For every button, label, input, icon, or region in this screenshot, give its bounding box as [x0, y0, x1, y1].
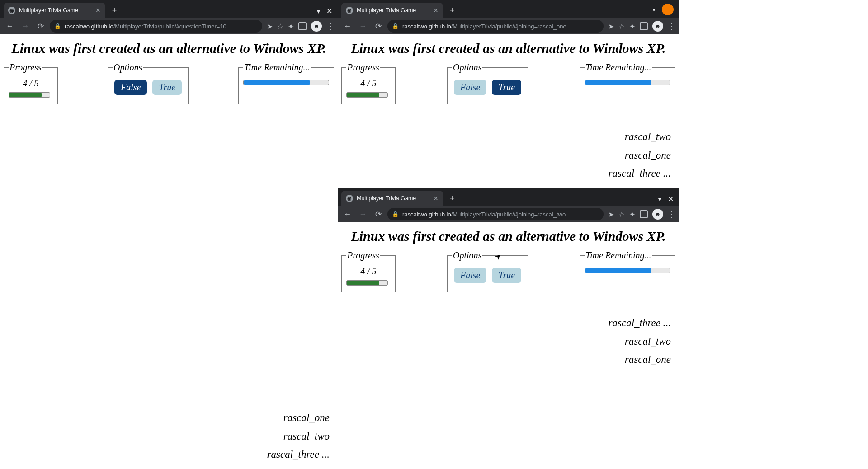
side-panel-icon[interactable] [298, 22, 307, 30]
progress-value: 4 / 5 [346, 266, 391, 277]
toolbar: ← → ⟳ 🔒 rascaltwo.github.io/MultiplayerT… [0, 18, 338, 34]
browser-window-1: ◉ Multiplayer Trivia Game ✕ + ▾ ✕ ← → ⟳ … [0, 0, 338, 469]
player-name: rascal_three ... [267, 446, 330, 464]
back-button[interactable]: ← [4, 20, 16, 33]
kebab-menu-icon[interactable]: ⋮ [326, 21, 334, 31]
player-list: rascal_three ... rascal_two rascal_one [609, 314, 671, 369]
progress-bar [346, 280, 388, 286]
player-name: rascal_one [267, 409, 330, 427]
progress-label: Progress [346, 250, 380, 261]
progress-bar [9, 92, 50, 98]
browser-tab[interactable]: ◉ Multiplayer Trivia Game ✕ [341, 191, 443, 206]
progress-bar-fill [347, 281, 379, 285]
progress-value: 4 / 5 [9, 78, 53, 89]
profile-avatar[interactable]: ☻ [652, 209, 663, 220]
close-window-icon[interactable]: ✕ [668, 195, 674, 203]
options-label: Options [113, 62, 143, 73]
send-icon[interactable]: ➤ [608, 210, 614, 219]
progress-panel: Progress 4 / 5 [4, 62, 58, 104]
timer-bar [585, 80, 670, 85]
timer-panel: Time Remaining... [580, 250, 675, 292]
browser-window-2: ◉ Multiplayer Trivia Game ✕ + ▾ ← → ⟳ 🔒 … [338, 0, 679, 188]
page-content: Linux was first created as an alternativ… [0, 34, 338, 469]
timer-panel: Time Remaining... [580, 62, 675, 104]
kebab-menu-icon[interactable]: ⋮ [668, 21, 675, 31]
back-button[interactable]: ← [341, 20, 354, 33]
options-panel: Options False True [108, 62, 189, 104]
profile-avatar-orange[interactable] [662, 4, 674, 15]
progress-label: Progress [346, 62, 380, 73]
back-button[interactable]: ← [341, 208, 354, 220]
address-bar[interactable]: 🔒 rascaltwo.github.io/MultiplayerTrivia/… [387, 20, 604, 33]
option-false-button[interactable]: False [454, 268, 486, 283]
globe-icon: ◉ [8, 7, 15, 14]
url-path: /MultiplayerTrivia/public/#joining=rasca… [451, 211, 566, 218]
reload-button[interactable]: ⟳ [372, 20, 385, 33]
new-tab-button[interactable]: + [108, 4, 121, 17]
tab-bar: ◉ Multiplayer Trivia Game ✕ + ▾ [338, 0, 679, 18]
browser-tab[interactable]: ◉ Multiplayer Trivia Game ✕ [4, 3, 105, 18]
forward-button[interactable]: → [357, 208, 369, 220]
bookmark-icon[interactable]: ☆ [618, 210, 625, 219]
timer-bar-fill [585, 80, 651, 85]
option-false-button[interactable]: False [114, 80, 147, 95]
side-panel-icon[interactable] [640, 210, 648, 218]
reload-button[interactable]: ⟳ [34, 20, 47, 33]
tab-search-icon[interactable]: ▾ [658, 196, 661, 203]
close-tab-icon[interactable]: ✕ [433, 195, 439, 202]
timer-label: Time Remaining... [243, 62, 311, 73]
tab-search-icon[interactable]: ▾ [317, 8, 320, 15]
progress-label: Progress [9, 62, 42, 73]
address-bar[interactable]: 🔒 rascaltwo.github.io/MultiplayerTrivia/… [50, 20, 262, 33]
timer-bar-fill [244, 80, 310, 85]
question-text: Linux was first created as an alternativ… [0, 34, 338, 61]
tab-title: Multiplayer Trivia Game [357, 195, 429, 202]
option-false-button[interactable]: False [454, 80, 486, 95]
close-window-icon[interactable]: ✕ [326, 7, 332, 15]
url-host: rascaltwo.github.io [402, 23, 451, 30]
browser-tab[interactable]: ◉ Multiplayer Trivia Game ✕ [341, 3, 443, 18]
bookmark-icon[interactable]: ☆ [277, 22, 283, 31]
option-true-button[interactable]: True [152, 80, 182, 95]
forward-button[interactable]: → [19, 20, 32, 33]
new-tab-button[interactable]: + [446, 192, 458, 205]
option-true-button[interactable]: True [492, 80, 521, 95]
send-icon[interactable]: ➤ [267, 22, 273, 31]
player-list: rascal_one rascal_two rascal_three ... [267, 409, 330, 464]
lock-icon: 🔒 [54, 23, 61, 29]
new-tab-button[interactable]: + [446, 4, 458, 17]
profile-avatar[interactable]: ☻ [311, 21, 322, 32]
player-name: rascal_two [609, 333, 671, 351]
timer-bar-fill [585, 268, 651, 273]
globe-icon: ◉ [346, 7, 353, 14]
close-tab-icon[interactable]: ✕ [95, 7, 101, 14]
extensions-icon[interactable]: ✦ [288, 22, 294, 31]
reload-button[interactable]: ⟳ [372, 208, 385, 220]
timer-label: Time Remaining... [585, 250, 652, 261]
player-name: rascal_two [609, 128, 671, 146]
send-icon[interactable]: ➤ [608, 22, 614, 31]
side-panel-icon[interactable] [640, 22, 648, 30]
forward-button[interactable]: → [357, 20, 369, 33]
progress-bar [346, 92, 388, 98]
timer-bar [585, 268, 670, 273]
kebab-menu-icon[interactable]: ⋮ [668, 209, 675, 219]
player-list: rascal_two rascal_one rascal_three ... [609, 128, 671, 183]
question-text: Linux was first created as an alternativ… [338, 222, 679, 249]
bookmark-icon[interactable]: ☆ [618, 22, 625, 31]
player-name: rascal_three ... [609, 314, 671, 332]
option-true-button[interactable]: True [492, 268, 521, 283]
address-bar[interactable]: 🔒 rascaltwo.github.io/MultiplayerTrivia/… [387, 208, 604, 220]
tab-title: Multiplayer Trivia Game [19, 7, 92, 14]
question-text: Linux was first created as an alternativ… [338, 34, 679, 61]
extensions-icon[interactable]: ✦ [629, 210, 635, 219]
timer-label: Time Remaining... [585, 62, 652, 73]
progress-bar-fill [9, 93, 42, 97]
lock-icon: 🔒 [392, 211, 399, 217]
extensions-icon[interactable]: ✦ [629, 22, 635, 31]
tab-bar: ◉ Multiplayer Trivia Game ✕ + ▾ ✕ [338, 188, 679, 206]
tab-search-icon[interactable]: ▾ [652, 6, 656, 13]
profile-avatar[interactable]: ☻ [652, 21, 663, 32]
tab-bar: ◉ Multiplayer Trivia Game ✕ + ▾ ✕ [0, 0, 338, 18]
close-tab-icon[interactable]: ✕ [433, 7, 439, 14]
